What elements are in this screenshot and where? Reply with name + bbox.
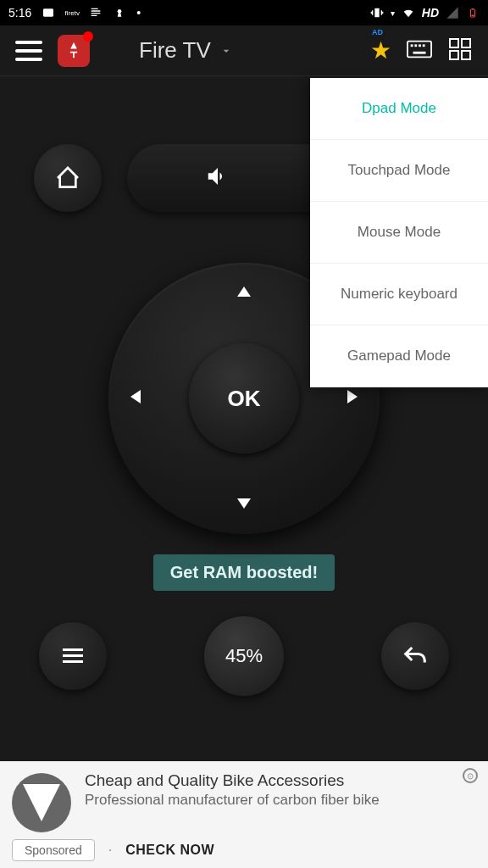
app-header: Fire TV ★AD	[0, 25, 488, 76]
hd-indicator: HD	[422, 6, 439, 19]
svg-rect-13	[462, 39, 470, 47]
svg-rect-6	[408, 41, 431, 57]
sponsored-badge: Sponsored	[12, 839, 95, 861]
volume-down-button[interactable]	[205, 164, 230, 192]
ad-info-icon[interactable]: ⊙	[463, 768, 478, 783]
ad-subtitle: Professional manufacturer of carbon fibe…	[85, 792, 474, 809]
keyboard-icon	[407, 38, 432, 60]
dpad-down-button[interactable]	[237, 497, 251, 512]
ram-boost-button[interactable]: Get RAM boosted!	[153, 554, 335, 591]
article-icon	[89, 6, 103, 19]
svg-rect-0	[43, 8, 53, 16]
svg-point-1	[118, 9, 122, 14]
dropdown-item-touchpad[interactable]: Touchpad Mode	[310, 140, 488, 202]
status-bar: 5:16 firetv • ▾ HD	[0, 0, 488, 25]
svg-rect-12	[450, 39, 458, 47]
chevron-down-icon	[219, 44, 233, 58]
svg-rect-11	[413, 51, 426, 53]
dpad-up-button[interactable]	[237, 285, 251, 300]
svg-rect-17	[63, 654, 83, 657]
svg-rect-5	[472, 15, 474, 17]
volume-down-icon	[205, 164, 230, 189]
wifi-icon	[402, 6, 415, 19]
ad-cta[interactable]: CHECK NOW	[125, 843, 214, 858]
menu-button[interactable]	[15, 41, 42, 61]
home-button[interactable]	[34, 144, 102, 212]
svg-rect-2	[374, 8, 379, 18]
svg-rect-14	[450, 51, 458, 59]
svg-rect-18	[63, 660, 83, 663]
device-title: Fire TV	[139, 37, 211, 64]
triangle-left-icon	[130, 390, 141, 403]
svg-rect-9	[419, 44, 421, 47]
ad-banner[interactable]: ⊙ Cheap and Quality Bike Accessories Pro…	[0, 761, 488, 868]
svg-rect-8	[414, 44, 417, 47]
ads-badge[interactable]	[58, 35, 90, 67]
percent-button[interactable]: 45%	[204, 616, 284, 696]
dot-icon: •	[136, 6, 141, 19]
firetv-status-icon: firetv	[65, 6, 79, 19]
back-button[interactable]	[381, 622, 449, 690]
list-button[interactable]	[39, 622, 107, 690]
mode-dropdown: Dpad Mode Touchpad Mode Mouse Mode Numer…	[310, 78, 488, 387]
vibrate-icon	[370, 6, 384, 19]
svg-rect-10	[423, 44, 425, 47]
dpad-ok-button[interactable]: OK	[189, 343, 299, 453]
svg-rect-16	[63, 648, 83, 651]
svg-rect-4	[472, 8, 474, 9]
grid-icon	[447, 38, 473, 60]
home-icon	[54, 164, 81, 192]
ad-title: Cheap and Quality Bike Accessories	[85, 771, 474, 790]
triangle-right-icon	[347, 390, 358, 403]
ok-label: OK	[228, 386, 261, 412]
star-button[interactable]: ★AD	[370, 36, 391, 64]
svg-rect-15	[462, 51, 470, 59]
dropdown-item-dpad[interactable]: Dpad Mode	[310, 78, 488, 140]
signal-icon	[446, 6, 459, 19]
triangle-down-icon	[237, 498, 251, 509]
gallery-icon	[42, 6, 55, 19]
keyhole-icon	[113, 6, 126, 19]
dpad-right-button[interactable]	[347, 390, 358, 407]
dropdown-item-numeric[interactable]: Numeric keyboard	[310, 264, 488, 326]
dropdown-item-mouse[interactable]: Mouse Mode	[310, 202, 488, 264]
grid-mode-button[interactable]	[447, 38, 473, 64]
percent-label: 45%	[225, 645, 263, 667]
back-icon	[401, 643, 430, 669]
device-selector[interactable]: Fire TV	[139, 37, 233, 64]
triangle-up-icon	[237, 287, 251, 297]
dropdown-item-gamepad[interactable]: Gamepad Mode	[310, 326, 488, 387]
bottom-controls: 45%	[34, 616, 454, 696]
keyboard-button[interactable]	[407, 38, 432, 64]
ad-label: AD	[372, 28, 383, 36]
list-icon	[60, 646, 86, 666]
svg-rect-7	[411, 44, 413, 47]
arrow-down-icon: ▾	[391, 8, 395, 18]
cta-separator: ·	[108, 843, 112, 858]
battery-icon	[466, 6, 480, 19]
ad-avatar	[12, 773, 71, 832]
dpad-left-button[interactable]	[130, 390, 141, 407]
status-time: 5:16	[8, 6, 31, 19]
